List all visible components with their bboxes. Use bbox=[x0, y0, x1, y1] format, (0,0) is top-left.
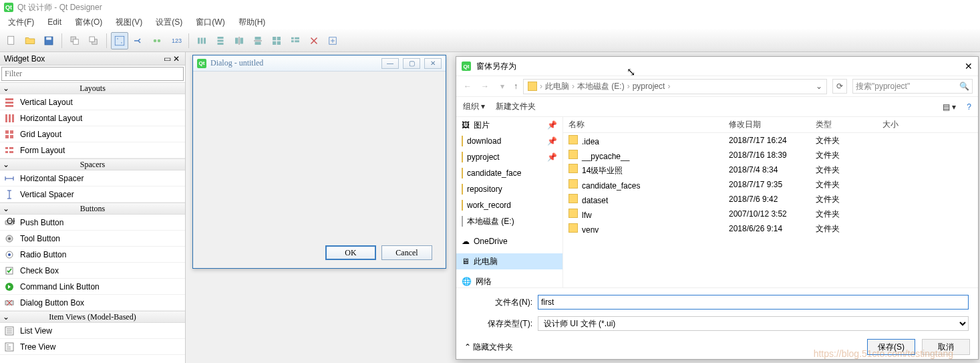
tree-node[interactable]: pyproject📌 bbox=[456, 149, 562, 165]
help-icon[interactable]: ? bbox=[967, 102, 971, 112]
layout-grid-icon[interactable] bbox=[268, 32, 285, 49]
save-file-icon[interactable] bbox=[40, 32, 57, 49]
widget-item[interactable]: OKPush Button bbox=[0, 215, 185, 231]
tree-node[interactable]: 🖼图片📌 bbox=[456, 117, 562, 133]
tree-node[interactable]: download📌 bbox=[456, 133, 562, 149]
ok-button[interactable]: OK bbox=[325, 245, 376, 260]
widget-item[interactable]: Dialog Button Box bbox=[0, 295, 185, 311]
back-icon[interactable]: ← bbox=[462, 82, 474, 91]
edit-taborder-icon[interactable]: 123 bbox=[167, 32, 184, 49]
dialog-body[interactable]: OK Cancel bbox=[193, 72, 446, 268]
menu-form[interactable]: 窗体(O) bbox=[68, 15, 109, 29]
refresh-icon[interactable]: ⟳ bbox=[832, 79, 847, 94]
layout-horizontal-splitter-icon[interactable] bbox=[230, 32, 248, 49]
col-date[interactable]: 修改日期 bbox=[723, 119, 810, 130]
tree-node[interactable]: repository bbox=[456, 181, 562, 197]
file-list[interactable]: 名称 修改日期 类型 大小 .idea2018/7/17 16:24文件夹__p… bbox=[563, 117, 978, 287]
recent-icon[interactable]: ▾ bbox=[496, 82, 508, 91]
col-size[interactable]: 大小 bbox=[877, 119, 978, 130]
filename-input[interactable] bbox=[538, 295, 969, 310]
widget-filter-input[interactable] bbox=[1, 67, 184, 81]
col-type[interactable]: 类型 bbox=[810, 119, 877, 130]
tree-node[interactable]: candidate_face bbox=[456, 165, 562, 181]
menu-window[interactable]: 窗口(W) bbox=[189, 15, 231, 29]
layout-vertical-splitter-icon[interactable] bbox=[249, 32, 267, 49]
organize-menu[interactable]: 组织 ▾ bbox=[463, 101, 485, 112]
widget-item[interactable]: Tree View bbox=[0, 339, 185, 355]
view-options-icon[interactable]: ▤ ▾ bbox=[943, 102, 956, 112]
widget-item[interactable]: Tool Button bbox=[0, 231, 185, 247]
layout-form-icon[interactable] bbox=[287, 32, 304, 49]
tree-node[interactable]: work_record bbox=[456, 197, 562, 213]
minimize-icon[interactable]: — bbox=[381, 58, 399, 69]
tree-node[interactable]: ☁OneDrive bbox=[456, 233, 562, 249]
section-header[interactable]: ⌄Spacers bbox=[0, 158, 185, 170]
cancel-button[interactable]: 取消 bbox=[922, 339, 970, 355]
edit-buddies-icon[interactable] bbox=[148, 32, 166, 49]
hide-folders-toggle[interactable]: ⌃ 隐藏文件夹 bbox=[464, 342, 513, 353]
crumb-pc[interactable]: 此电脑 bbox=[545, 81, 569, 92]
widget-item[interactable]: Grid Layout bbox=[0, 126, 185, 142]
section-header[interactable]: ⌄Layouts bbox=[0, 82, 185, 94]
column-headers[interactable]: 名称 修改日期 类型 大小 bbox=[563, 117, 978, 133]
chevron-down-icon[interactable]: ⌄ bbox=[816, 82, 822, 91]
save-dialog-titlebar[interactable]: Qt 窗体另存为 ✕ bbox=[456, 57, 978, 76]
adjust-size-icon[interactable] bbox=[324, 32, 341, 49]
col-name[interactable]: 名称 bbox=[563, 119, 723, 130]
dialog-window[interactable]: Qt Dialog - untitled — ▢ ✕ OK Cancel bbox=[192, 55, 446, 269]
edit-signals-icon[interactable] bbox=[130, 32, 147, 49]
bring-front-icon[interactable] bbox=[85, 32, 102, 49]
crumb-drive[interactable]: 本地磁盘 (E:) bbox=[577, 81, 625, 92]
file-row[interactable]: 14级毕业照2018/7/4 8:34文件夹 bbox=[563, 162, 978, 177]
widget-item[interactable]: Vertical Layout bbox=[0, 94, 185, 110]
file-row[interactable]: dataset2018/7/6 9:42文件夹 bbox=[563, 192, 978, 207]
close-icon[interactable]: ✕ bbox=[424, 58, 442, 69]
up-icon[interactable]: ↑ bbox=[514, 82, 518, 91]
layout-vertical-icon[interactable] bbox=[212, 32, 229, 49]
widget-item[interactable]: Radio Button bbox=[0, 247, 185, 263]
file-row[interactable]: venv2018/6/26 9:14文件夹 bbox=[563, 221, 978, 236]
float-panel-icon[interactable]: ▭ bbox=[162, 54, 172, 64]
break-layout-icon[interactable] bbox=[305, 32, 323, 49]
open-file-icon[interactable] bbox=[21, 32, 39, 49]
widget-item[interactable]: Command Link Button bbox=[0, 279, 185, 295]
close-icon[interactable]: ✕ bbox=[965, 61, 973, 72]
edit-widgets-icon[interactable] bbox=[111, 32, 128, 49]
layout-horizontal-icon[interactable] bbox=[193, 32, 210, 49]
maximize-icon[interactable]: ▢ bbox=[403, 58, 420, 69]
search-input[interactable]: 搜索"pyproject" 🔍 bbox=[852, 79, 973, 94]
tree-node[interactable]: 本地磁盘 (E:) bbox=[456, 213, 562, 229]
file-row[interactable]: lfw2007/10/12 3:52文件夹 bbox=[563, 207, 978, 221]
file-row[interactable]: .idea2018/7/17 16:24文件夹 bbox=[563, 133, 978, 148]
tree-node[interactable]: 🖥此电脑 bbox=[456, 253, 562, 269]
breadcrumb[interactable]: › 此电脑 › 本地磁盘 (E:) › pyproject › ⌄ bbox=[523, 79, 827, 94]
widget-item[interactable]: Form Layout bbox=[0, 142, 185, 158]
file-row[interactable]: candidate_faces2018/7/17 9:35文件夹 bbox=[563, 177, 978, 192]
folder-tree[interactable]: 🖼图片📌download📌pyproject📌candidate_facerep… bbox=[456, 117, 563, 287]
new-file-icon[interactable] bbox=[3, 32, 20, 49]
close-panel-icon[interactable]: ✕ bbox=[172, 54, 181, 64]
tree-node[interactable]: 🌐网络 bbox=[456, 273, 562, 287]
folder-icon bbox=[462, 136, 463, 146]
cancel-button[interactable]: Cancel bbox=[381, 245, 432, 260]
send-back-icon[interactable] bbox=[66, 32, 84, 49]
menu-edit[interactable]: Edit bbox=[41, 16, 68, 28]
new-folder-button[interactable]: 新建文件夹 bbox=[496, 101, 536, 112]
menu-file[interactable]: 文件(F) bbox=[1, 15, 41, 29]
crumb-folder[interactable]: pyproject bbox=[633, 82, 665, 91]
file-row[interactable]: __pycache__2018/7/16 18:39文件夹 bbox=[563, 148, 978, 162]
widget-item[interactable]: Horizontal Layout bbox=[0, 110, 185, 126]
section-header[interactable]: ⌄Buttons bbox=[0, 203, 185, 215]
widget-item[interactable]: Horizontal Spacer bbox=[0, 170, 185, 187]
savetype-select[interactable]: 设计师 UI 文件 (*.ui) bbox=[538, 316, 969, 331]
forward-icon[interactable]: → bbox=[479, 82, 491, 91]
save-button[interactable]: 保存(S) bbox=[867, 339, 915, 355]
widget-item[interactable]: Check Box bbox=[0, 263, 185, 279]
dialog-titlebar[interactable]: Qt Dialog - untitled — ▢ ✕ bbox=[193, 55, 446, 72]
menu-view[interactable]: 视图(V) bbox=[109, 15, 149, 29]
widget-item[interactable]: List View bbox=[0, 323, 185, 339]
section-header[interactable]: ⌄Item Views (Model-Based) bbox=[0, 311, 185, 323]
widget-item[interactable]: Vertical Spacer bbox=[0, 187, 185, 203]
menu-settings[interactable]: 设置(S) bbox=[149, 15, 189, 29]
menu-help[interactable]: 帮助(H) bbox=[232, 15, 273, 29]
